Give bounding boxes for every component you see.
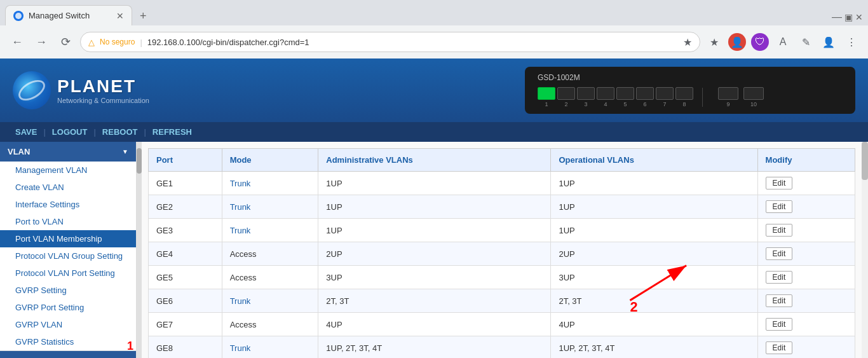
address-bar: ← → ⟳ △ No seguro | 192.168.0.100/cgi-bi… (0, 25, 868, 59)
cell-modify: Edit (757, 313, 855, 336)
content-scrollbar-thumb[interactable] (862, 142, 868, 180)
content-scrollbar[interactable] (862, 142, 868, 358)
sidebar-scrollbar-thumb[interactable] (137, 148, 142, 174)
security-icon: △ (88, 38, 95, 47)
star-icon[interactable]: ★ (683, 36, 692, 48)
edit-button-ge3[interactable]: Edit (766, 224, 793, 237)
sidebar-item-management-vlan[interactable]: Management VLAN (0, 162, 136, 179)
cell-oper-vlans: 1UP (551, 195, 757, 219)
port-6-col: 6 (636, 87, 654, 107)
translate-icon[interactable]: A (774, 33, 792, 51)
edit-button-ge7[interactable]: Edit (766, 318, 793, 331)
content-wrapper: Port Mode Administrative VLANs Operation… (142, 142, 862, 358)
sidebar-item-gvrp-statistics[interactable]: GVRP Statistics 1 (0, 333, 136, 350)
reboot-button[interactable]: REBOOT (97, 126, 143, 138)
table-row: GE3 Trunk 1UP 1UP Edit (149, 219, 855, 242)
port-8[interactable] (675, 87, 693, 100)
tab-close-button[interactable]: ✕ (116, 11, 124, 21)
port-6[interactable] (636, 87, 654, 100)
sidebar-vlan-arrow: ▼ (122, 148, 128, 155)
port-9[interactable] (718, 87, 738, 100)
cell-mode: Access (222, 313, 318, 336)
sidebar-section-vlan: VLAN ▼ Management VLAN Create VLAN Inter… (0, 142, 136, 351)
active-tab[interactable]: Managed Switch ✕ (5, 5, 132, 25)
browser-toolbar-icons: ★ 👤 🛡 A ✎ 👤 ⋮ (705, 33, 860, 51)
cell-admin-vlans: 4UP (318, 313, 551, 336)
bookmark-icon[interactable]: ★ (705, 33, 723, 51)
toolbar: SAVE | LOGOUT | REBOOT | REFRESH (0, 122, 868, 142)
port-10-col: 10 (743, 87, 764, 107)
edit-button-ge8[interactable]: Edit (766, 341, 793, 354)
brand-name: PLANET (57, 76, 149, 97)
close-window-button[interactable]: ✕ (855, 12, 863, 22)
profile-icon[interactable]: 👤 (728, 33, 746, 51)
cell-admin-vlans: 1UP (318, 219, 551, 242)
sidebar-header-vlan[interactable]: VLAN ▼ (0, 142, 136, 162)
port-1-col: 1 (538, 87, 555, 107)
sidebar-item-port-to-vlan[interactable]: Port to VLAN (0, 213, 136, 230)
annotation-1-label: 1 (127, 340, 133, 353)
col-header-mode: Mode (222, 149, 318, 172)
sidebar-item-interface-settings[interactable]: Interface Settings (0, 196, 136, 213)
edit-button-ge4[interactable]: Edit (766, 247, 793, 260)
forward-button[interactable]: → (32, 32, 51, 52)
logout-button[interactable]: LOGOUT (47, 126, 93, 138)
sidebar-item-gvrp-setting[interactable]: GVRP Setting (0, 282, 136, 299)
cell-port: GE6 (149, 289, 222, 313)
reload-button[interactable]: ⟳ (56, 32, 75, 52)
edit-button-ge6[interactable]: Edit (766, 294, 793, 307)
table-row: GE8 Trunk 1UP, 2T, 3T, 4T 1UP, 2T, 3T, 4… (149, 336, 855, 359)
new-tab-button[interactable]: + (135, 7, 152, 25)
sidebar-item-port-vlan-membership[interactable]: Port VLAN Membership (0, 230, 136, 247)
port-3[interactable] (577, 87, 595, 100)
cell-port: GE4 (149, 242, 222, 266)
port-2[interactable] (557, 87, 575, 100)
switch-model-label: GSD-1002M (538, 73, 843, 82)
sidebar-header-spanning-tree[interactable]: Spanning Tree ▼ (0, 351, 136, 358)
sidebar-scrollbar[interactable] (137, 142, 142, 358)
browser-chrome: Managed Switch ✕ + — ▣ ✕ ← → ⟳ △ No segu… (0, 0, 868, 59)
menu-icon[interactable]: ⋮ (843, 33, 860, 51)
port-5[interactable] (616, 87, 634, 100)
cell-oper-vlans: 1UP (551, 172, 757, 195)
cell-mode: Trunk (222, 195, 318, 219)
favorites-icon[interactable]: ✎ (797, 33, 815, 51)
port-4[interactable] (597, 87, 614, 100)
port-10[interactable] (743, 87, 764, 100)
port-7[interactable] (656, 87, 674, 100)
security-label: No seguro (100, 38, 135, 46)
table-row: GE1 Trunk 1UP 1UP Edit (149, 172, 855, 195)
url-bar[interactable]: △ No seguro | 192.168.0.100/cgi-bin/disp… (80, 32, 700, 52)
tab-favicon (13, 11, 24, 21)
minimize-button[interactable]: — (832, 11, 842, 23)
cell-port: GE2 (149, 195, 222, 219)
back-button[interactable]: ← (8, 32, 27, 52)
edit-button-ge2[interactable]: Edit (766, 200, 793, 213)
sidebar-item-protocol-vlan-port[interactable]: Protocol VLAN Port Setting (0, 265, 136, 282)
sidebar-item-create-vlan[interactable]: Create VLAN (0, 179, 136, 196)
tab-bar: Managed Switch ✕ + — ▣ ✕ (0, 0, 868, 25)
sidebar-item-gvrp-vlan[interactable]: GVRP VLAN (0, 316, 136, 333)
shield-icon[interactable]: 🛡 (751, 33, 769, 51)
table-row: GE6 Trunk 2T, 3T 2T, 3T Edit (149, 289, 855, 313)
cell-admin-vlans: 2T, 3T (318, 289, 551, 313)
app-header: PLANET Networking & Communication GSD-10… (0, 59, 868, 122)
sidebar-item-protocol-vlan-group[interactable]: Protocol VLAN Group Setting (0, 247, 136, 265)
cell-port: GE1 (149, 172, 222, 195)
cell-mode: Trunk (222, 289, 318, 313)
url-divider: | (140, 38, 142, 47)
save-button[interactable]: SAVE (10, 126, 42, 138)
cell-modify: Edit (757, 242, 855, 266)
svg-point-0 (15, 13, 22, 19)
sidebar-item-gvrp-port-setting[interactable]: GVRP Port Setting (0, 299, 136, 316)
col-header-oper-vlans: Operational VLANs (551, 149, 757, 172)
col-header-modify: Modify (757, 149, 855, 172)
edit-button-ge5[interactable]: Edit (766, 271, 793, 284)
sidebar: VLAN ▼ Management VLAN Create VLAN Inter… (0, 142, 137, 358)
refresh-button[interactable]: REFRESH (147, 126, 197, 138)
account-icon[interactable]: 👤 (820, 33, 837, 51)
port-1[interactable] (538, 87, 555, 100)
tab-title: Managed Switch (29, 11, 111, 20)
edit-button-ge1[interactable]: Edit (766, 177, 793, 189)
restore-button[interactable]: ▣ (844, 12, 853, 22)
